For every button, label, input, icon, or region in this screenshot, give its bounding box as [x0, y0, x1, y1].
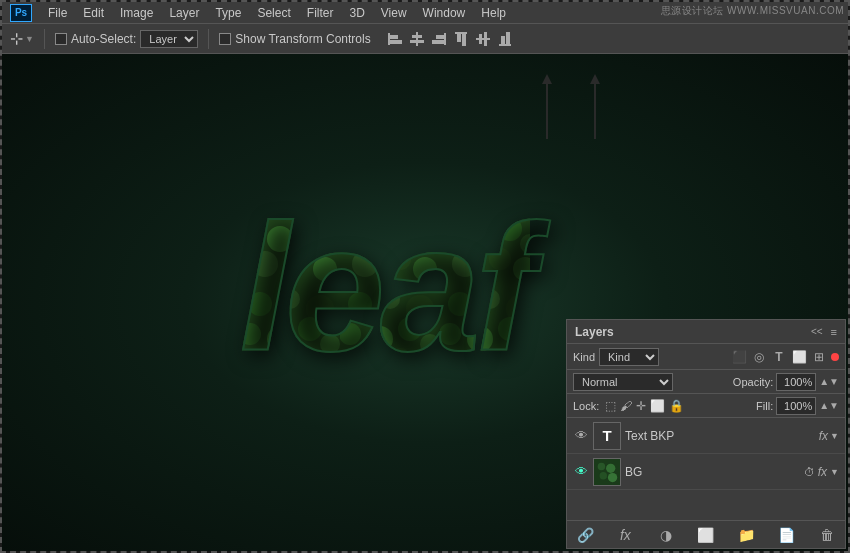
- link-icon[interactable]: 🔗: [575, 527, 595, 543]
- menu-window[interactable]: Window: [415, 4, 474, 22]
- arrow-1: [542, 74, 552, 139]
- kind-dropdown[interactable]: Kind: [599, 348, 659, 366]
- svg-point-21: [600, 472, 607, 479]
- layer-name-bg: BG: [625, 465, 800, 479]
- layer-fx-text[interactable]: fx ▼: [819, 429, 839, 443]
- visibility-eye-text[interactable]: 👁: [573, 428, 589, 444]
- adjustment-icon[interactable]: ◑: [656, 527, 676, 543]
- trash-icon[interactable]: 🗑: [817, 527, 837, 543]
- filter-pixel-icon[interactable]: ⬛: [731, 350, 747, 364]
- filter-shape-icon[interactable]: ⬜: [791, 350, 807, 364]
- lock-label: Lock:: [573, 400, 599, 412]
- menu-view[interactable]: View: [373, 4, 415, 22]
- svg-rect-18: [594, 459, 620, 485]
- layer-row-bg[interactable]: 👁 BG ⏱ fx ▼: [567, 454, 845, 490]
- align-right-icon[interactable]: [429, 29, 449, 49]
- show-transform-checkbox[interactable]: [219, 33, 231, 45]
- fx-icon[interactable]: fx: [615, 527, 635, 543]
- mask-icon[interactable]: ⬜: [696, 527, 716, 543]
- align-center-v-icon[interactable]: [473, 29, 493, 49]
- svg-point-22: [608, 472, 617, 481]
- fill-input[interactable]: [776, 397, 816, 415]
- layer-name-text: Text BKP: [625, 429, 815, 443]
- svg-rect-16: [501, 36, 505, 44]
- align-icons: [385, 29, 515, 49]
- outer-frame: 思源设计论坛 WWW.MISSVUAN.COM Ps File Edit Ima…: [0, 0, 850, 553]
- filter-toggle-dot[interactable]: [831, 353, 839, 361]
- layer-fx-bg-arrow[interactable]: ▼: [830, 467, 839, 477]
- ps-logo: Ps: [10, 4, 32, 22]
- layer-fx-bg[interactable]: fx: [818, 465, 827, 479]
- fill-area: Fill: ▲▼: [756, 397, 839, 415]
- align-top-icon[interactable]: [451, 29, 471, 49]
- align-left-icon[interactable]: [385, 29, 405, 49]
- canvas-text: leaf: [240, 184, 530, 391]
- svg-rect-3: [416, 32, 418, 46]
- layer-time-icon[interactable]: ⏱: [804, 466, 815, 478]
- blend-mode-dropdown[interactable]: Normal: [573, 373, 673, 391]
- svg-rect-15: [499, 44, 511, 46]
- lock-artboard-icon[interactable]: ⬜: [650, 399, 665, 413]
- visibility-eye-bg[interactable]: 👁: [573, 464, 589, 480]
- panel-menu-icon[interactable]: ≡: [831, 326, 837, 338]
- opacity-input[interactable]: [776, 373, 816, 391]
- watermark: 思源设计论坛 WWW.MISSVUAN.COM: [661, 4, 844, 18]
- show-transform-label: Show Transform Controls: [235, 32, 370, 46]
- panel-collapse-btn[interactable]: <<: [811, 326, 823, 337]
- blend-row: Normal Opacity: ▲▼: [567, 370, 845, 394]
- filter-adjustment-icon[interactable]: ◎: [751, 350, 767, 364]
- lock-row: Lock: ⬚ 🖌 ✛ ⬜ 🔒 Fill: ▲▼: [567, 394, 845, 418]
- layer-thumb-text: T: [593, 422, 621, 450]
- menu-select[interactable]: Select: [249, 4, 298, 22]
- folder-icon[interactable]: 📁: [736, 527, 756, 543]
- menu-help[interactable]: Help: [473, 4, 514, 22]
- layers-filter-row: Kind Kind ⬛ ◎ T ⬜ ⊞: [567, 344, 845, 370]
- menu-file[interactable]: File: [40, 4, 75, 22]
- new-layer-icon[interactable]: 📄: [777, 527, 797, 543]
- lock-paint-icon[interactable]: 🖌: [620, 399, 632, 413]
- panel-bottom: 🔗 fx ◑ ⬜ 📁 📄 🗑: [567, 520, 845, 548]
- arrow-2: [590, 74, 600, 139]
- svg-point-19: [598, 462, 605, 469]
- layers-panel-header: Layers << ≡: [567, 320, 845, 344]
- align-center-h-icon[interactable]: [407, 29, 427, 49]
- filter-label: Kind: [573, 351, 595, 363]
- svg-rect-8: [432, 40, 444, 44]
- menu-type[interactable]: Type: [207, 4, 249, 22]
- svg-rect-6: [444, 33, 446, 45]
- layers-title: Layers: [575, 325, 614, 339]
- svg-rect-1: [390, 35, 398, 39]
- svg-rect-7: [436, 35, 444, 39]
- svg-rect-4: [412, 35, 422, 38]
- layer-dropdown[interactable]: Layer: [140, 30, 198, 48]
- menu-3d[interactable]: 3D: [341, 4, 372, 22]
- filter-smart-icon[interactable]: ⊞: [811, 350, 827, 364]
- lock-all-icon[interactable]: 🔒: [669, 399, 684, 413]
- layer-bg-controls: ⏱ fx ▼: [804, 465, 839, 479]
- auto-select-checkbox[interactable]: [55, 33, 67, 45]
- lock-transparency-icon[interactable]: ⬚: [605, 399, 616, 413]
- arrows-container: [542, 74, 600, 139]
- opacity-stepper[interactable]: ▲▼: [819, 376, 839, 387]
- layer-row-text-bkp[interactable]: 👁 T Text BKP fx ▼: [567, 418, 845, 454]
- move-tool[interactable]: ⊹ ▼: [10, 29, 34, 48]
- auto-select-label: Auto-Select:: [71, 32, 136, 46]
- align-bottom-icon[interactable]: [495, 29, 515, 49]
- menu-filter[interactable]: Filter: [299, 4, 342, 22]
- fill-stepper[interactable]: ▲▼: [819, 400, 839, 411]
- svg-rect-14: [484, 32, 487, 46]
- fill-label: Fill:: [756, 400, 773, 412]
- lock-move-icon[interactable]: ✛: [636, 399, 646, 413]
- menu-edit[interactable]: Edit: [75, 4, 112, 22]
- layers-panel: Layers << ≡ Kind Kind ⬛ ◎ T ⬜ ⊞: [566, 319, 846, 549]
- svg-rect-11: [462, 34, 466, 46]
- menu-layer[interactable]: Layer: [161, 4, 207, 22]
- filter-type-icon[interactable]: T: [771, 350, 787, 364]
- svg-rect-12: [476, 38, 490, 40]
- opacity-area: Opacity: ▲▼: [733, 373, 839, 391]
- svg-rect-5: [410, 40, 424, 43]
- svg-point-20: [606, 463, 615, 472]
- menu-image[interactable]: Image: [112, 4, 161, 22]
- filter-icons: ⬛ ◎ T ⬜ ⊞: [663, 350, 839, 364]
- layer-thumb-bg: [593, 458, 621, 486]
